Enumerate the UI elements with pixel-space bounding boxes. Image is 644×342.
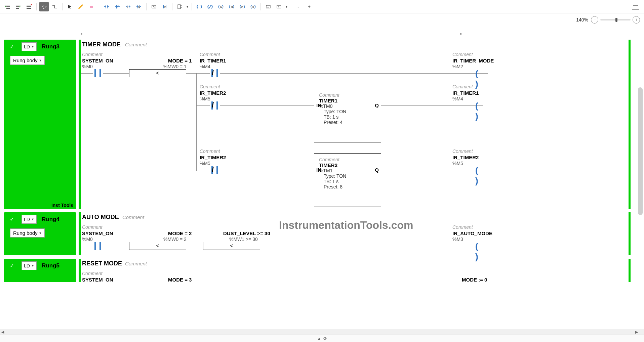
timer2-block[interactable]: IN Q Comment TIMER2 %TM1 Type: TON TB: 1… [314, 153, 381, 207]
timer1-block[interactable]: IN Q Comment TIMER1 %TM0 Type: TON TB: 1… [314, 89, 381, 142]
coil-negated-button[interactable] [205, 2, 215, 11]
wire [220, 105, 314, 106]
rung4-section-comment: Comment [122, 214, 144, 220]
r4-cmp-mode2-name: MODE = 2 [168, 230, 192, 236]
rung4-body-select[interactable]: Rung body [10, 228, 45, 238]
coil-reset-button[interactable]: R [227, 2, 236, 11]
wire [186, 246, 203, 246]
horizontal-scrollbar[interactable]: ◀ ▶ [0, 329, 644, 335]
r4-coil-auto[interactable]: ( ) [475, 241, 487, 249]
system-on-comment: Comment [82, 52, 103, 57]
coil-jump-button[interactable]: # [238, 2, 247, 11]
ir-timer-mode-comment: Comment [452, 52, 473, 57]
r4-coil-auto-comment: Comment [452, 224, 473, 230]
assign-dropdown-icon[interactable]: ▼ [285, 5, 288, 8]
right-power-rail [629, 212, 631, 255]
timer2-in-pin: IN [316, 167, 321, 173]
contact-rising-button[interactable]: P [123, 2, 133, 11]
svg-text:X: X [164, 6, 166, 9]
compare-block-button[interactable]: < [149, 2, 159, 11]
ir-timer2-r3-name: IR_TIMER2 [200, 155, 226, 160]
svg-text:N: N [138, 5, 140, 8]
svg-text:?: ? [45, 5, 47, 8]
coil-ir-timer1-name: IR_TIMER1 [452, 90, 479, 96]
fb-dropdown-icon[interactable]: ▼ [186, 5, 189, 8]
wire [81, 246, 93, 246]
draw-wire-button[interactable] [76, 2, 85, 11]
r4-cmp-dust-addr: %MW1 >= 30 [229, 237, 258, 242]
ir-timer2-r2-addr: %M5 [200, 96, 210, 101]
collapse-up-icon[interactable]: ▲ [317, 336, 321, 341]
toolbar-separator [146, 3, 147, 10]
compare-block-mode1[interactable]: < [129, 69, 186, 77]
maximize-pane-button[interactable] [632, 4, 639, 10]
coil-ir-timer2[interactable]: ( ) [475, 165, 487, 173]
rung3-body-select[interactable]: Rung body [10, 56, 45, 65]
rung4-title: Rung4 [42, 216, 59, 223]
hscroll-left-icon[interactable]: ◀ [0, 329, 5, 335]
contact-falling-button[interactable]: N [134, 2, 144, 11]
pointer-tool-button[interactable] [65, 2, 75, 11]
svg-rect-7 [178, 5, 180, 9]
contact-ir-timer1-nc[interactable]: / [210, 69, 220, 77]
contact-system-on[interactable] [93, 69, 103, 77]
rung5-ladder[interactable]: RESET MODE Comment Comment SYSTEM_ON MOD… [79, 259, 631, 282]
r4-compare-dust[interactable]: < [203, 242, 260, 250]
rung-insert-after-button[interactable] [13, 2, 23, 11]
timer2-fb-name: TIMER2 [319, 162, 376, 168]
rung3-ladder[interactable]: TIMER MODE Comment Comment SYSTEM_ON %M0… [79, 40, 631, 209]
coil-ir-timer1-addr: %M4 [452, 96, 463, 101]
rung-insert-before-button[interactable] [3, 2, 12, 11]
svg-rect-1 [90, 6, 93, 8]
rung4-sidebar: ✓ LD Rung4 Rung body [4, 212, 76, 255]
toolbar-separator [260, 3, 261, 10]
contact-ir-timer2-nc-r2[interactable]: / [210, 101, 220, 110]
rung5-section-title: RESET MODE [82, 260, 122, 267]
coil-set-button[interactable]: S [216, 2, 226, 11]
r4-system-on-addr: %M0 [82, 237, 93, 242]
xor-contact-button[interactable]: X [160, 2, 169, 11]
rung3-title: Rung3 [42, 43, 59, 50]
wire [196, 105, 210, 106]
coil-ir-timer-mode[interactable]: ( ) [475, 69, 487, 77]
vertical-scrollbar[interactable] [638, 87, 643, 215]
r4-system-on-name: SYSTEM_ON [82, 230, 113, 236]
svg-text:#D: #D [252, 6, 254, 8]
contact-ir-timer2-nc-r3[interactable]: / [210, 166, 220, 174]
function-block-button[interactable] [175, 2, 185, 11]
wire [103, 246, 129, 246]
operate-block-button[interactable]: ... [264, 2, 273, 11]
add-column-button[interactable]: + [305, 2, 314, 11]
timer1-in-pin: IN [316, 102, 321, 108]
timer2-tb: TB: 1 s [324, 179, 376, 184]
rung-delete-button[interactable] [24, 2, 34, 11]
rung4-language-select[interactable]: LD [22, 215, 37, 224]
toolbar-separator [192, 3, 192, 10]
rung3-footer: Inst Tools [51, 203, 73, 208]
coil-call-button[interactable]: #D [248, 2, 258, 11]
r4-compare-mode2[interactable]: < [129, 242, 186, 250]
contact-nc-button[interactable] [113, 2, 122, 11]
branch-down-button[interactable] [50, 2, 59, 11]
right-power-rail [629, 40, 631, 209]
remove-column-button[interactable]: - [294, 2, 303, 11]
rung5-language-select[interactable]: LD [22, 261, 37, 270]
cmp-mode1-name: MODE = 1 [168, 58, 192, 63]
contact-no-button[interactable] [102, 2, 111, 11]
coil-button[interactable] [195, 2, 204, 11]
ir-timer1-name: IR_TIMER1 [200, 58, 226, 63]
coil-ir-timer1[interactable]: ( ) [475, 101, 487, 109]
wire [103, 73, 129, 74]
timer1-fb-name: TIMER1 [319, 98, 376, 103]
branch-mode-button[interactable]: ? [39, 2, 49, 11]
rung3-language-select[interactable]: LD [22, 42, 37, 51]
rung3-valid-icon: ✓ [7, 42, 16, 51]
hscroll-right-icon[interactable]: ▶ [634, 329, 639, 335]
coil-ir-timer2-comment: Comment [452, 148, 473, 154]
erase-button[interactable] [87, 2, 96, 11]
toolbar: ? P N < X ▼ S R # #D ... ▼ - + [0, 0, 644, 13]
r4-contact-system-on[interactable] [93, 242, 103, 250]
assign-block-button[interactable] [274, 2, 284, 11]
refresh-icon[interactable]: ⟳ [323, 336, 327, 341]
rung3-section-comment: Comment [125, 42, 147, 47]
